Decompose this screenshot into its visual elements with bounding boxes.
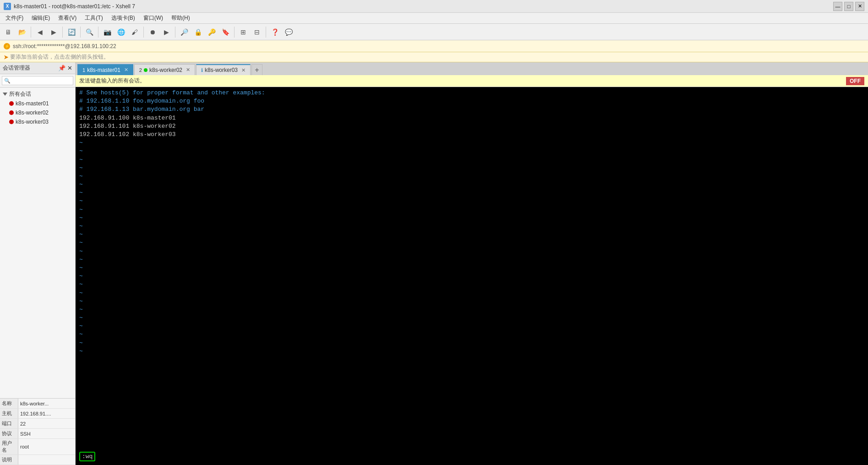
menu-help[interactable]: 帮助(H) [168, 13, 194, 23]
sidebar-pin-icon[interactable]: 📌 [58, 65, 66, 71]
vim-command-text: :wq [82, 453, 93, 460]
record-button[interactable]: ⏺ [146, 26, 159, 38]
session-info-panel: 名称 k8s-worker... 主机 192.168.91.... 端口 22… [0, 398, 75, 465]
brush-button[interactable]: 🖌 [128, 26, 141, 38]
info-value-protocol: SSH [18, 429, 75, 438]
new-session-button[interactable]: 🖥 [2, 26, 15, 38]
broadcast-toggle-button[interactable]: OFF [846, 77, 864, 85]
key-button[interactable]: 🔑 [205, 26, 218, 38]
tree-root-all-sessions[interactable]: 所有会话 [0, 89, 75, 99]
command-line[interactable]: :wq [79, 452, 95, 461]
bookmark-button[interactable]: 🔖 [219, 26, 232, 38]
sidebar-header: 会话管理器 📌 ✕ [0, 62, 75, 74]
menu-file[interactable]: 文件(F) [2, 13, 27, 23]
layout-button[interactable]: ⊞ [237, 26, 250, 38]
terminal-tilde-22: ~ [79, 314, 864, 322]
back-button[interactable]: ◀ [33, 26, 46, 38]
tab-k8s-master01[interactable]: 1 k8s-master01 ✕ [77, 64, 133, 75]
vim-command-input[interactable]: :wq [79, 452, 95, 461]
info-value-host: 192.168.91.... [18, 409, 75, 418]
tab-close-master01[interactable]: ✕ [124, 67, 128, 73]
search-input[interactable] [2, 76, 73, 85]
grid-button[interactable]: ⊟ [251, 26, 263, 38]
tab-bar: 1 k8s-master01 ✕ 2 k8s-worker02 ✕ ℹ k8s-… [76, 62, 868, 75]
sidebar-item-k8s-master01[interactable]: k8s-master01 [0, 99, 75, 108]
terminal-tilde-14: ~ [79, 247, 864, 256]
tab-label-master01: k8s-master01 [87, 67, 120, 73]
tab-close-worker03[interactable]: ✕ [241, 67, 246, 73]
terminal-line-3: # 192.168.1.13 bar.mydomain.org bar [79, 105, 864, 114]
sidebar-tree: 所有会话 k8s-master01 k8s-worker02 k8s-worke… [0, 88, 75, 398]
terminal-tilde-20: ~ [79, 297, 864, 306]
maximize-button[interactable]: □ [844, 2, 853, 11]
terminal-line-4: 192.168.91.100 k8s-master01 [79, 114, 864, 122]
add-tab-button[interactable]: + [251, 64, 262, 75]
terminal-line-5: 192.168.91.101 k8s-worker02 [79, 122, 864, 131]
info-label-username: 用户名 [0, 439, 18, 454]
forward-button[interactable]: ▶ [47, 26, 60, 38]
terminal-tilde-23: ~ [79, 322, 864, 330]
chat-button[interactable]: 💬 [282, 26, 295, 38]
menu-edit[interactable]: 编辑(E) [28, 13, 54, 23]
help-button[interactable]: ❓ [268, 26, 281, 38]
sidebar-close-icon[interactable]: ✕ [67, 65, 72, 71]
menu-bar: 文件(F) 编辑(E) 查看(V) 工具(T) 选项卡(B) 窗口(W) 帮助(… [0, 13, 868, 24]
minimize-button[interactable]: — [833, 2, 842, 11]
sidebar-item-k8s-worker02[interactable]: k8s-worker02 [0, 108, 75, 117]
tab-num-3: ℹ [201, 67, 203, 73]
terminal-tilde-9: ~ [79, 206, 864, 214]
screenshot-button[interactable]: 📷 [101, 26, 114, 38]
info-row-port: 端口 22 [0, 419, 75, 429]
terminal-tilde-10: ~ [79, 214, 864, 222]
zoom-button[interactable]: 🔎 [178, 26, 191, 38]
broadcast-label: 发送键盘输入的所有会话。 [79, 77, 842, 85]
terminal-tilde-21: ~ [79, 306, 864, 314]
sidebar-header-icons: 📌 ✕ [58, 65, 72, 71]
sidebar-search [0, 74, 75, 88]
terminal-tilde-7: ~ [79, 189, 864, 197]
terminal-tilde-5: ~ [79, 172, 864, 181]
info-bar: ➤ 要添加当前会话，点击左侧的箭头按钮。 [0, 52, 868, 62]
terminal-tilde-6: ~ [79, 181, 864, 189]
session-status-dot [9, 110, 14, 115]
broadcast-bar: 发送键盘输入的所有会话。 OFF [76, 75, 868, 87]
globe-button[interactable]: 🌐 [115, 26, 127, 38]
info-row-protocol: 协议 SSH [0, 429, 75, 439]
terminal[interactable]: # See hosts(5) for proper format and oth… [76, 87, 868, 465]
sidebar-title: 会话管理器 [3, 64, 30, 72]
info-row-host: 主机 192.168.91.... [0, 409, 75, 419]
tab-k8s-worker02[interactable]: 2 k8s-worker02 ✕ [134, 64, 195, 75]
play-button[interactable]: ▶ [160, 26, 173, 38]
lock-button[interactable]: 🔒 [191, 26, 204, 38]
info-label-protocol: 协议 [0, 429, 18, 438]
terminal-tilde-16: ~ [79, 264, 864, 272]
close-button[interactable]: ✕ [855, 2, 864, 11]
tab-label-worker02: k8s-worker02 [149, 67, 182, 73]
terminal-tilde-2: ~ [79, 147, 864, 155]
terminal-tilde-12: ~ [79, 230, 864, 239]
terminal-tilde-19: ~ [79, 289, 864, 297]
session-status-dot [9, 101, 14, 106]
main-layout: 会话管理器 📌 ✕ 所有会话 k8s-master01 k8s-worker02 [0, 62, 868, 465]
tab-k8s-worker03[interactable]: ℹ k8s-worker03 ✕ [196, 64, 251, 75]
refresh-button[interactable]: 🔄 [65, 26, 78, 38]
open-button[interactable]: 📂 [16, 26, 28, 38]
terminal-line-2: # 192.168.1.10 foo.mydomain.org foo [79, 97, 864, 105]
info-value-name: k8s-worker... [18, 399, 75, 408]
menu-tabs[interactable]: 选项卡(B) [108, 13, 139, 23]
toolbar: 🖥 📂 ◀ ▶ 🔄 🔍 📷 🌐 🖌 ⏺ ▶ 🔎 🔒 🔑 🔖 ⊞ ⊟ ❓ 💬 [0, 24, 868, 40]
tab-label-worker03: k8s-worker03 [205, 67, 238, 73]
expand-icon [3, 93, 7, 96]
terminal-tilde-26: ~ [79, 347, 864, 356]
info-row-desc: 说明 [0, 455, 75, 465]
menu-window[interactable]: 窗口(W) [140, 13, 167, 23]
session-name-worker03: k8s-worker03 [16, 119, 49, 125]
ssh-connection-label: ssh://root:*************@192.168.91.100:… [13, 43, 116, 49]
menu-view[interactable]: 查看(V) [55, 13, 80, 23]
sidebar-item-k8s-worker03[interactable]: k8s-worker03 [0, 117, 75, 126]
search-button[interactable]: 🔍 [83, 26, 96, 38]
terminal-tilde-1: ~ [79, 139, 864, 147]
menu-tools[interactable]: 工具(T) [81, 13, 106, 23]
tab-close-worker02[interactable]: ✕ [186, 67, 190, 73]
terminal-tilde-11: ~ [79, 222, 864, 230]
